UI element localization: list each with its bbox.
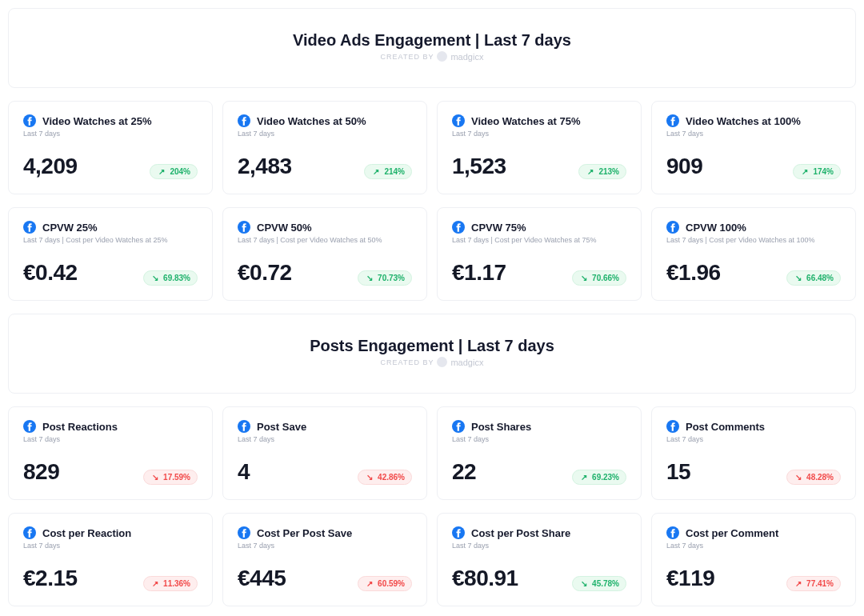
metric-card[interactable]: Post Comments Last 7 days 15 ↘ 48.28%	[651, 406, 856, 500]
metric-card[interactable]: Cost per Comment Last 7 days €119 ↗ 77.4…	[651, 513, 856, 606]
trend-badge: ↗ 174%	[793, 164, 841, 179]
metric-title: Post Reactions	[42, 421, 118, 433]
metric-subtitle: Last 7 days | Cost per Video Watches at …	[23, 236, 198, 244]
trend-badge: ↗ 11.36%	[143, 576, 198, 591]
metric-card[interactable]: Video Watches at 100% Last 7 days 909 ↗ …	[651, 101, 856, 194]
facebook-icon	[666, 114, 679, 127]
created-by-label: CREATED BY	[381, 358, 434, 366]
trend-badge: ↘ 70.73%	[358, 270, 412, 286]
metric-title-row: CPVW 75%	[452, 221, 626, 234]
metric-subtitle: Last 7 days	[23, 130, 198, 138]
facebook-icon	[23, 420, 36, 433]
metric-value-row: €445 ↗ 60.59%	[238, 550, 412, 591]
facebook-icon	[452, 420, 465, 433]
metric-subtitle: Last 7 days | Cost per Video Watches at …	[452, 236, 626, 244]
metric-subtitle: Last 7 days	[666, 130, 841, 138]
trend-badge: ↗ 77.41%	[786, 576, 841, 591]
trend-text: 69.83%	[163, 274, 190, 282]
facebook-icon	[452, 221, 465, 234]
metric-card[interactable]: CPVW 100% Last 7 days | Cost per Video W…	[651, 207, 856, 301]
metric-subtitle: Last 7 days	[238, 435, 412, 443]
trend-arrow-icon: ↗	[800, 167, 810, 176]
metric-title-row: Video Watches at 75%	[452, 114, 626, 127]
trend-text: 77.41%	[806, 579, 834, 588]
metric-subtitle: Last 7 days	[238, 542, 412, 550]
metric-title-row: Post Save	[238, 420, 412, 433]
trend-badge: ↗ 213%	[578, 164, 626, 179]
trend-arrow-icon: ↘	[794, 274, 803, 282]
trend-text: 17.59%	[163, 473, 190, 482]
metric-card[interactable]: CPVW 25% Last 7 days | Cost per Video Wa…	[8, 207, 213, 301]
metric-value: 4	[238, 459, 250, 485]
metric-value-row: €0.42 ↘ 69.83%	[23, 244, 198, 286]
metric-value: 1,523	[452, 154, 506, 179]
metric-title: Video Watches at 50%	[257, 115, 366, 127]
metric-row: Post Reactions Last 7 days 829 ↘ 17.59% …	[8, 406, 856, 500]
metric-subtitle: Last 7 days	[452, 130, 626, 138]
created-by-row: CREATED BY madgicx	[17, 51, 847, 62]
facebook-icon	[23, 114, 36, 127]
metric-value: 2,483	[238, 154, 292, 179]
facebook-icon	[238, 526, 250, 539]
metric-title-row: Video Watches at 50%	[238, 114, 412, 127]
trend-text: 66.48%	[806, 274, 834, 282]
trend-text: 70.73%	[378, 274, 405, 282]
metric-card[interactable]: Video Watches at 50% Last 7 days 2,483 ↗…	[222, 101, 427, 194]
section-header: Posts Engagement | Last 7 days CREATED B…	[8, 314, 856, 394]
trend-arrow-icon: ↗	[157, 167, 166, 176]
metric-card[interactable]: Cost per Post Share Last 7 days €80.91 ↘…	[437, 513, 642, 606]
trend-arrow-icon: ↗	[371, 167, 381, 176]
brand-name: madgicx	[450, 52, 483, 62]
metric-value-row: 4 ↘ 42.86%	[238, 443, 412, 485]
metric-subtitle: Last 7 days	[666, 435, 841, 443]
metric-card[interactable]: Video Watches at 25% Last 7 days 4,209 ↗…	[8, 101, 213, 194]
section-title: Video Ads Engagement | Last 7 days	[17, 31, 847, 50]
metric-subtitle: Last 7 days	[238, 130, 412, 138]
metric-card[interactable]: Post Reactions Last 7 days 829 ↘ 17.59%	[8, 406, 213, 500]
metric-value: 15	[666, 459, 690, 485]
metric-card[interactable]: Cost Per Post Save Last 7 days €445 ↗ 60…	[222, 513, 427, 606]
metric-value: 22	[452, 459, 476, 485]
metric-title-row: CPVW 50%	[238, 221, 412, 234]
trend-arrow-icon: ↗	[579, 473, 589, 482]
trend-badge: ↘ 17.59%	[143, 470, 198, 485]
metric-title-row: Cost per Reaction	[23, 526, 198, 539]
trend-badge: ↘ 42.86%	[358, 470, 412, 485]
trend-text: 213%	[598, 167, 619, 176]
metric-value-row: €1.96 ↘ 66.48%	[666, 244, 841, 286]
trend-arrow-icon: ↗	[150, 579, 160, 588]
trend-arrow-icon: ↘	[365, 473, 374, 482]
metric-card[interactable]: CPVW 75% Last 7 days | Cost per Video Wa…	[437, 207, 642, 301]
trend-badge: ↘ 45.78%	[572, 576, 626, 591]
metric-title: CPVW 25%	[42, 222, 98, 234]
metric-title-row: Cost per Comment	[666, 526, 841, 539]
metric-title: Cost per Reaction	[42, 527, 131, 539]
metric-card[interactable]: Post Save Last 7 days 4 ↘ 42.86%	[222, 406, 427, 500]
trend-text: 204%	[170, 167, 190, 176]
metric-title-row: Post Shares	[452, 420, 626, 433]
metric-title: Video Watches at 25%	[42, 115, 152, 127]
metric-card[interactable]: Post Shares Last 7 days 22 ↗ 69.23%	[437, 406, 642, 500]
metric-value-row: 829 ↘ 17.59%	[23, 443, 198, 485]
metric-value: €80.91	[452, 566, 518, 591]
metric-title-row: Video Watches at 100%	[666, 114, 841, 127]
metric-title: Cost per Post Share	[471, 527, 570, 539]
metric-title-row: CPVW 25%	[23, 221, 198, 234]
metric-subtitle: Last 7 days	[666, 542, 841, 550]
facebook-icon	[452, 526, 465, 539]
metric-subtitle: Last 7 days	[23, 542, 198, 550]
brand-logo-icon	[437, 357, 447, 367]
metric-card[interactable]: Video Watches at 75% Last 7 days 1,523 ↗…	[437, 101, 642, 194]
trend-text: 70.66%	[592, 274, 619, 282]
metric-value-row: 2,483 ↗ 214%	[238, 138, 412, 179]
metric-value-row: 15 ↘ 48.28%	[666, 443, 841, 485]
metric-value: €119	[666, 566, 714, 591]
metric-value: €1.96	[666, 260, 721, 286]
facebook-icon	[452, 114, 465, 127]
trend-text: 48.28%	[806, 473, 834, 482]
metric-card[interactable]: CPVW 50% Last 7 days | Cost per Video Wa…	[222, 207, 427, 301]
trend-arrow-icon: ↘	[579, 579, 589, 588]
metric-card[interactable]: Cost per Reaction Last 7 days €2.15 ↗ 11…	[8, 513, 213, 606]
trend-badge: ↗ 204%	[150, 164, 198, 179]
brand-name: madgicx	[450, 358, 483, 367]
